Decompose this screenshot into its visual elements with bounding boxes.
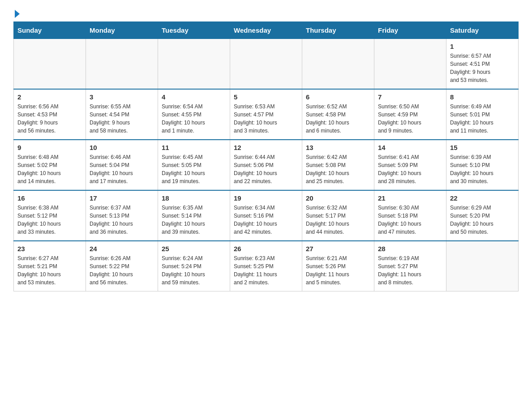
day-number: 12 <box>234 144 298 151</box>
day-number: 4 <box>162 93 226 101</box>
weekday-header-saturday: Saturday <box>446 22 519 39</box>
day-number: 9 <box>17 144 82 151</box>
day-info: Sunrise: 6:52 AM Sunset: 4:58 PM Dayligh… <box>306 103 370 135</box>
day-info: Sunrise: 6:27 AM Sunset: 5:21 PM Dayligh… <box>17 254 82 287</box>
day-number: 25 <box>162 245 226 253</box>
day-info: Sunrise: 6:46 AM Sunset: 5:04 PM Dayligh… <box>90 153 154 185</box>
day-info: Sunrise: 6:35 AM Sunset: 5:14 PM Dayligh… <box>162 204 226 236</box>
calendar-cell: 15Sunrise: 6:39 AM Sunset: 5:10 PM Dayli… <box>446 140 519 190</box>
calendar-cell: 9Sunrise: 6:48 AM Sunset: 5:02 PM Daylig… <box>14 140 86 190</box>
calendar-cell: 10Sunrise: 6:46 AM Sunset: 5:04 PM Dayli… <box>86 140 158 190</box>
calendar-cell <box>446 241 519 291</box>
calendar-cell: 14Sunrise: 6:41 AM Sunset: 5:09 PM Dayli… <box>374 140 446 190</box>
day-info: Sunrise: 6:55 AM Sunset: 4:54 PM Dayligh… <box>90 103 154 135</box>
weekday-header-thursday: Thursday <box>302 22 374 39</box>
day-info: Sunrise: 6:30 AM Sunset: 5:18 PM Dayligh… <box>378 204 442 236</box>
day-info: Sunrise: 6:57 AM Sunset: 4:51 PM Dayligh… <box>450 52 515 84</box>
day-number: 19 <box>234 194 298 202</box>
calendar-cell: 1Sunrise: 6:57 AM Sunset: 4:51 PM Daylig… <box>446 39 519 90</box>
calendar-row-1: 2Sunrise: 6:56 AM Sunset: 4:53 PM Daylig… <box>14 89 519 140</box>
day-number: 6 <box>306 93 370 101</box>
logo <box>13 9 20 17</box>
day-info: Sunrise: 6:37 AM Sunset: 5:13 PM Dayligh… <box>90 204 154 236</box>
day-number: 16 <box>17 194 82 202</box>
day-number: 26 <box>234 245 298 253</box>
day-info: Sunrise: 6:54 AM Sunset: 4:55 PM Dayligh… <box>162 103 226 135</box>
day-info: Sunrise: 6:34 AM Sunset: 5:16 PM Dayligh… <box>234 204 298 236</box>
day-info: Sunrise: 6:23 AM Sunset: 5:25 PM Dayligh… <box>234 254 298 287</box>
calendar-cell: 4Sunrise: 6:54 AM Sunset: 4:55 PM Daylig… <box>158 89 230 140</box>
weekday-header-monday: Monday <box>86 22 158 39</box>
day-info: Sunrise: 6:26 AM Sunset: 5:22 PM Dayligh… <box>90 254 154 287</box>
day-number: 10 <box>90 144 154 151</box>
calendar-cell: 25Sunrise: 6:24 AM Sunset: 5:24 PM Dayli… <box>158 241 230 291</box>
day-number: 15 <box>450 144 515 151</box>
day-info: Sunrise: 6:53 AM Sunset: 4:57 PM Dayligh… <box>234 103 298 135</box>
calendar-cell: 17Sunrise: 6:37 AM Sunset: 5:13 PM Dayli… <box>86 190 158 241</box>
day-number: 8 <box>450 93 515 101</box>
day-number: 20 <box>306 194 370 202</box>
day-info: Sunrise: 6:50 AM Sunset: 4:59 PM Dayligh… <box>378 103 442 135</box>
day-number: 13 <box>306 144 370 151</box>
calendar-cell <box>14 39 86 90</box>
calendar-cell: 27Sunrise: 6:21 AM Sunset: 5:26 PM Dayli… <box>302 241 374 291</box>
weekday-header-friday: Friday <box>374 22 446 39</box>
calendar-table: SundayMondayTuesdayWednesdayThursdayFrid… <box>13 21 519 291</box>
day-number: 1 <box>450 43 515 50</box>
page-header <box>13 9 519 17</box>
day-number: 23 <box>17 245 82 253</box>
calendar-row-3: 16Sunrise: 6:38 AM Sunset: 5:12 PM Dayli… <box>14 190 519 241</box>
weekday-header-tuesday: Tuesday <box>158 22 230 39</box>
weekday-header-wednesday: Wednesday <box>230 22 302 39</box>
calendar-cell: 28Sunrise: 6:19 AM Sunset: 5:27 PM Dayli… <box>374 241 446 291</box>
calendar-row-4: 23Sunrise: 6:27 AM Sunset: 5:21 PM Dayli… <box>14 241 519 291</box>
calendar-row-0: 1Sunrise: 6:57 AM Sunset: 4:51 PM Daylig… <box>14 39 519 90</box>
day-info: Sunrise: 6:19 AM Sunset: 5:27 PM Dayligh… <box>378 254 442 287</box>
calendar-row-2: 9Sunrise: 6:48 AM Sunset: 5:02 PM Daylig… <box>14 140 519 190</box>
day-number: 27 <box>306 245 370 253</box>
day-info: Sunrise: 6:21 AM Sunset: 5:26 PM Dayligh… <box>306 254 370 287</box>
day-info: Sunrise: 6:29 AM Sunset: 5:20 PM Dayligh… <box>450 204 515 236</box>
weekday-header-sunday: Sunday <box>14 22 86 39</box>
calendar-cell: 18Sunrise: 6:35 AM Sunset: 5:14 PM Dayli… <box>158 190 230 241</box>
calendar-cell: 7Sunrise: 6:50 AM Sunset: 4:59 PM Daylig… <box>374 89 446 140</box>
day-info: Sunrise: 6:24 AM Sunset: 5:24 PM Dayligh… <box>162 254 226 287</box>
calendar-cell <box>302 39 374 90</box>
day-info: Sunrise: 6:39 AM Sunset: 5:10 PM Dayligh… <box>450 153 515 185</box>
day-number: 2 <box>17 93 82 101</box>
day-info: Sunrise: 6:32 AM Sunset: 5:17 PM Dayligh… <box>306 204 370 236</box>
calendar-cell: 12Sunrise: 6:44 AM Sunset: 5:06 PM Dayli… <box>230 140 302 190</box>
calendar-cell: 22Sunrise: 6:29 AM Sunset: 5:20 PM Dayli… <box>446 190 519 241</box>
calendar-cell: 20Sunrise: 6:32 AM Sunset: 5:17 PM Dayli… <box>302 190 374 241</box>
day-number: 17 <box>90 194 154 202</box>
calendar-cell: 11Sunrise: 6:45 AM Sunset: 5:05 PM Dayli… <box>158 140 230 190</box>
logo-line1 <box>13 9 20 17</box>
day-info: Sunrise: 6:56 AM Sunset: 4:53 PM Dayligh… <box>17 103 82 135</box>
day-number: 5 <box>234 93 298 101</box>
calendar-cell: 8Sunrise: 6:49 AM Sunset: 5:01 PM Daylig… <box>446 89 519 140</box>
calendar-cell <box>86 39 158 90</box>
calendar-cell: 3Sunrise: 6:55 AM Sunset: 4:54 PM Daylig… <box>86 89 158 140</box>
calendar-cell: 19Sunrise: 6:34 AM Sunset: 5:16 PM Dayli… <box>230 190 302 241</box>
day-info: Sunrise: 6:41 AM Sunset: 5:09 PM Dayligh… <box>378 153 442 185</box>
calendar-cell: 2Sunrise: 6:56 AM Sunset: 4:53 PM Daylig… <box>14 89 86 140</box>
logo-chevron-icon <box>15 10 20 18</box>
day-number: 24 <box>90 245 154 253</box>
day-number: 28 <box>378 245 442 253</box>
day-number: 7 <box>378 93 442 101</box>
calendar-cell: 5Sunrise: 6:53 AM Sunset: 4:57 PM Daylig… <box>230 89 302 140</box>
calendar-cell: 16Sunrise: 6:38 AM Sunset: 5:12 PM Dayli… <box>14 190 86 241</box>
day-number: 21 <box>378 194 442 202</box>
calendar-cell: 6Sunrise: 6:52 AM Sunset: 4:58 PM Daylig… <box>302 89 374 140</box>
weekday-header-row: SundayMondayTuesdayWednesdayThursdayFrid… <box>14 22 519 39</box>
day-number: 18 <box>162 194 226 202</box>
day-number: 22 <box>450 194 515 202</box>
calendar-cell: 26Sunrise: 6:23 AM Sunset: 5:25 PM Dayli… <box>230 241 302 291</box>
calendar-cell: 21Sunrise: 6:30 AM Sunset: 5:18 PM Dayli… <box>374 190 446 241</box>
day-info: Sunrise: 6:44 AM Sunset: 5:06 PM Dayligh… <box>234 153 298 185</box>
calendar-cell <box>158 39 230 90</box>
calendar-cell: 24Sunrise: 6:26 AM Sunset: 5:22 PM Dayli… <box>86 241 158 291</box>
calendar-cell: 23Sunrise: 6:27 AM Sunset: 5:21 PM Dayli… <box>14 241 86 291</box>
day-info: Sunrise: 6:45 AM Sunset: 5:05 PM Dayligh… <box>162 153 226 185</box>
day-info: Sunrise: 6:48 AM Sunset: 5:02 PM Dayligh… <box>17 153 82 185</box>
